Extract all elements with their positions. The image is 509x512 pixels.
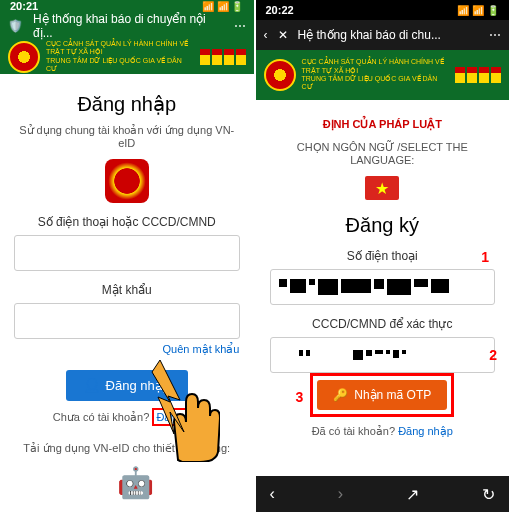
police-emblem-icon (264, 59, 296, 91)
app-header: 🛡️ Hệ thống khai báo di chuyển nội đị...… (0, 12, 254, 40)
signup-prompt: Chưa có tài khoản? Đăng ký (14, 411, 240, 424)
nav-back-icon[interactable]: ‹ (270, 485, 275, 503)
phone-right: 20:22 📶 📶 🔋 ‹ ✕ Hệ thống khai báo di chu… (256, 0, 510, 512)
forgot-password-link[interactable]: Quên mật khẩu (14, 343, 240, 356)
medals-icon (200, 49, 246, 65)
more-icon[interactable]: ⋯ (234, 19, 246, 33)
status-icons: 📶 📶 🔋 (457, 5, 499, 16)
os-icons: 🤖 (14, 465, 240, 500)
annotation-3: 3 (296, 389, 304, 405)
close-icon[interactable]: ✕ (278, 28, 288, 42)
android-icon[interactable]: 🤖 (117, 465, 154, 500)
page-subtitle: Sử dụng chung tài khoản với ứng dụng VN-… (14, 124, 240, 149)
status-bar: 20:21 📶 📶 🔋 (0, 0, 254, 12)
phone-input[interactable] (14, 235, 240, 271)
emblem-icon: 🛡️ (8, 19, 23, 33)
medals-icon (455, 67, 501, 83)
key-icon: 🔑 (333, 388, 348, 402)
banner: CỤC CẢNH SÁT QUẢN LÝ HÀNH CHÍNH VỀ TRẬT … (0, 40, 254, 74)
language-label: CHỌN NGÔN NGỮ /SELECT THE LANGUAGE: (270, 141, 496, 166)
status-time: 20:22 (266, 4, 294, 16)
censored-value (275, 275, 453, 299)
app-header: ‹ ✕ Hệ thống khai báo di chu... ⋯ (256, 20, 510, 50)
status-time: 20:21 (10, 0, 38, 12)
signup-link[interactable]: Đăng ký (152, 408, 200, 426)
login-prompt: Đã có tài khoản? Đăng nhập (270, 425, 496, 438)
nav-share-icon[interactable]: ↗ (406, 485, 419, 504)
page-title: Đăng nhập (14, 92, 240, 116)
phone-left: 20:21 📶 📶 🔋 🛡️ Hệ thống khai báo di chuy… (0, 0, 256, 512)
register-content: ĐỊNH CỦA PHÁP LUẬT CHỌN NGÔN NGỮ /SELECT… (256, 100, 510, 476)
nav-refresh-icon[interactable]: ↻ (482, 485, 495, 504)
vneid-emblem-icon (105, 159, 149, 203)
banner: CỤC CẢNH SÁT QUẢN LÝ HÀNH CHÍNH VỀ TRẬT … (256, 50, 510, 100)
censored-value (275, 346, 410, 364)
phone-label: Số điện thoại (270, 249, 496, 263)
legal-text: ĐỊNH CỦA PHÁP LUẬT (270, 118, 496, 131)
login-button[interactable]: 👤 Đăng nhập (66, 370, 188, 401)
password-label: Mật khẩu (14, 283, 240, 297)
banner-text: CỤC CẢNH SÁT QUẢN LÝ HÀNH CHÍNH VỀ TRẬT … (302, 58, 450, 92)
highlight-box: 🔑 Nhận mã OTP (310, 373, 454, 417)
annotation-2: 2 (489, 347, 497, 363)
download-text: Tải ứng dụng VN-eID cho thiết bị di động… (14, 442, 240, 455)
police-emblem-icon (8, 41, 40, 73)
password-input[interactable] (14, 303, 240, 339)
more-icon[interactable]: ⋯ (489, 28, 501, 42)
user-icon: 👤 (84, 378, 100, 393)
nav-forward-icon[interactable]: › (338, 485, 343, 503)
annotation-1: 1 (481, 249, 489, 265)
status-bar: 20:22 📶 📶 🔋 (256, 0, 510, 20)
phone-input[interactable] (270, 269, 496, 305)
banner-text: CỤC CẢNH SÁT QUẢN LÝ HÀNH CHÍNH VỀ TRẬT … (46, 40, 194, 74)
vietnam-flag-icon[interactable]: ★ (365, 176, 399, 200)
header-title: Hệ thống khai báo di chu... (298, 28, 441, 42)
login-link[interactable]: Đăng nhập (398, 425, 453, 437)
login-content: Đăng nhập Sử dụng chung tài khoản với ứn… (0, 74, 254, 512)
id-input[interactable] (270, 337, 496, 373)
otp-button[interactable]: 🔑 Nhận mã OTP (317, 380, 447, 410)
page-title: Đăng ký (270, 214, 496, 237)
status-icons: 📶 📶 🔋 (202, 1, 244, 12)
header-title: Hệ thống khai báo di chuyển nội đị... (33, 12, 224, 40)
back-icon[interactable]: ‹ (264, 28, 268, 42)
phone-label: Số điện thoại hoặc CCCD/CMND (14, 215, 240, 229)
id-label: CCCD/CMND để xác thực (270, 317, 496, 331)
bottom-nav: ‹ › ↗ ↻ (256, 476, 510, 512)
